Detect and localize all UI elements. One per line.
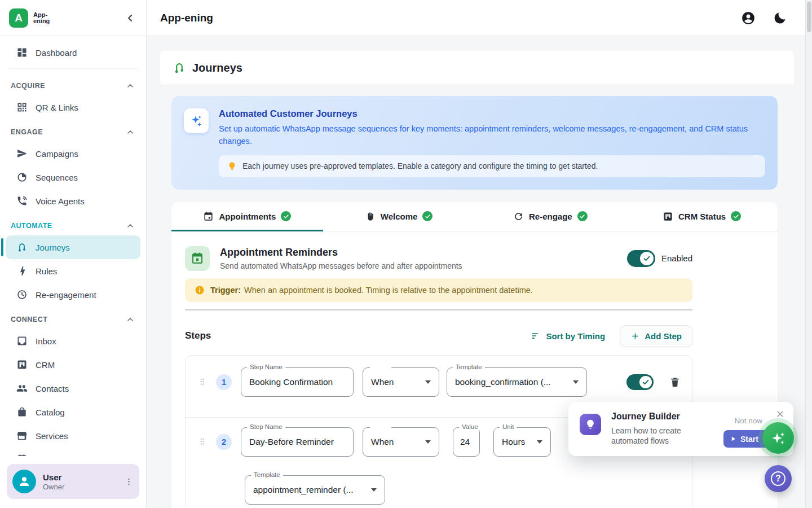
toggle-knob [639, 376, 652, 388]
sidebar-item-label: Re-engagement [36, 290, 96, 300]
page-title: Journeys [192, 62, 242, 75]
drag-handle-icon[interactable] [198, 436, 206, 449]
sidebar-item-sequences[interactable]: Sequences [6, 165, 140, 189]
section-divider [185, 309, 692, 310]
not-now-button[interactable]: Not now [734, 417, 762, 425]
caret-down-icon [573, 380, 579, 384]
tab-re-engage[interactable]: Re-engage [475, 202, 626, 231]
sidebar-section-engage[interactable]: ENGAGE [6, 119, 140, 142]
step-name-value: Day-Before Reminder [249, 437, 334, 447]
template-select[interactable]: Template booking_confirmation (... [447, 367, 587, 397]
phone-in-talk-icon [16, 195, 28, 207]
value-label: Value [459, 423, 481, 430]
sidebar-item-crm[interactable]: CRM [6, 353, 140, 376]
tab-appointments[interactable]: Appointments [171, 202, 323, 231]
check-icon [643, 255, 651, 262]
template-label: Template [251, 471, 283, 478]
step-name-field[interactable]: Step Name Day-Before Reminder [241, 427, 354, 457]
play-icon [730, 436, 736, 442]
appointments-panel: Appointment Reminders Send automated Wha… [185, 246, 692, 508]
sidebar-item-label: Contacts [36, 384, 69, 393]
when-select[interactable]: When [363, 367, 439, 397]
chevron-up-icon [126, 81, 135, 90]
tab-crm-status[interactable]: CRM Status [626, 202, 778, 231]
banner-tip-text: Each journey uses pre-approved templates… [242, 161, 598, 170]
lightbulb-icon [227, 161, 237, 171]
sidebar-item-campaigns[interactable]: Campaigns [6, 142, 140, 165]
step-enabled-toggle[interactable] [626, 374, 654, 390]
step-number-badge: 2 [216, 434, 232, 450]
sidebar-section-acquire[interactable]: ACQUIRE [6, 73, 140, 95]
chevron-up-icon [126, 128, 135, 137]
calendar-icon [191, 252, 204, 265]
lightbulb-icon-box [580, 414, 601, 435]
sidebar-item-contacts[interactable]: Contacts [6, 376, 140, 400]
sidebar-item-qr-links[interactable]: QR & Links [6, 95, 140, 119]
drag-handle-icon[interactable] [198, 376, 206, 389]
step-name-label: Step Name [247, 423, 285, 430]
value-field[interactable]: Value 24 [453, 427, 480, 457]
tab-welcome[interactable]: Welcome [323, 202, 475, 231]
help-fab[interactable]: ? [765, 465, 792, 492]
sidebar-item-label: Inbox [36, 336, 56, 346]
sidebar-item-catalog[interactable]: Catalog [6, 400, 140, 424]
sidebar-item-inbox[interactable]: Inbox [6, 329, 140, 353]
top-header: App-ening [147, 0, 812, 36]
reminders-enabled-toggle[interactable] [627, 250, 655, 267]
step-name-value: Booking Confirmation [249, 377, 333, 387]
inbox-icon [16, 335, 28, 347]
ai-assistant-fab[interactable] [762, 422, 794, 454]
sidebar-item-voice-agents[interactable]: Voice Agents [6, 189, 140, 213]
close-icon[interactable] [776, 410, 784, 418]
sidebar-section-automate[interactable]: AUTOMATE [6, 213, 140, 235]
app-logo-icon: A [9, 8, 28, 28]
unit-select[interactable]: Unit Hours [493, 427, 551, 457]
page-title-card: Journeys [160, 51, 794, 85]
sort-by-timing-button[interactable]: Sort by Timing [531, 331, 605, 341]
sidebar-item-re-engagement[interactable]: Re-engagement [6, 283, 140, 306]
sidebar: A App- ening Dashboard ACQUIRE [0, 0, 147, 508]
moon-icon [773, 11, 787, 25]
bolt-icon [16, 265, 28, 277]
sidebar-item-services[interactable]: Services [6, 424, 140, 448]
clock-icon [16, 289, 28, 300]
caret-down-icon [371, 488, 377, 492]
sidebar-item-appointments[interactable]: Appointments [6, 448, 140, 456]
user-menu-button[interactable] [124, 477, 134, 487]
banner-text-column: Automated Customer Journeys Set up autom… [219, 108, 765, 177]
reminders-title: Appointment Reminders [220, 247, 627, 259]
reminders-toggle-wrap: Enabled [627, 250, 692, 267]
step-name-field[interactable]: Step Name Booking Confirmation [241, 367, 354, 397]
check-icon [642, 378, 650, 386]
check-badge-icon [731, 211, 741, 221]
sidebar-item-rules[interactable]: Rules [6, 259, 140, 283]
trigger-notice: Trigger: When an appointment is booked. … [185, 278, 692, 302]
add-step-button[interactable]: Add Step [620, 325, 692, 347]
user-card[interactable]: User Owner [7, 464, 139, 499]
template-select[interactable]: Template appointment_reminder (... [245, 475, 385, 505]
user-name: User [43, 472, 117, 482]
unit-value: Hours [502, 437, 525, 447]
scrollbar-thumb[interactable] [807, 2, 811, 32]
when-select[interactable]: When [363, 427, 439, 457]
account-button[interactable] [741, 11, 756, 25]
send-icon [16, 148, 28, 159]
check-badge-icon [281, 211, 291, 221]
app-logo[interactable]: A App- ening [9, 8, 50, 28]
dark-mode-button[interactable] [773, 11, 787, 25]
sidebar-item-dashboard[interactable]: Dashboard [6, 41, 140, 64]
account-circle-icon [741, 11, 756, 25]
sidebar-item-journeys[interactable]: Journeys [6, 235, 140, 259]
sidebar-item-label: Voice Agents [36, 196, 85, 206]
sidebar-collapse-button[interactable] [125, 12, 136, 24]
delete-step-button[interactable] [669, 376, 681, 388]
sidebar-item-label: Dashboard [36, 48, 77, 58]
caret-down-icon [425, 380, 431, 384]
sidebar-section-connect[interactable]: CONNECT [6, 306, 140, 329]
app-root: A App- ening Dashboard ACQUIRE [0, 0, 812, 508]
user-role: Owner [43, 483, 117, 491]
template-label: Template [453, 364, 485, 370]
question-mark-icon: ? [771, 471, 785, 486]
start-label: Start [740, 435, 758, 444]
journey-tabs: Appointments Welcome Re-engage CRM Statu… [171, 202, 778, 231]
